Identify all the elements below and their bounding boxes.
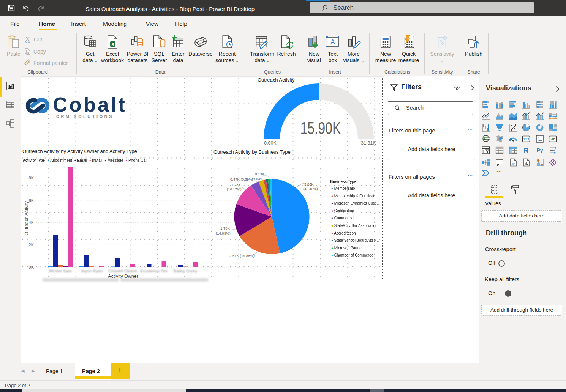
svg-text:(14.09%): (14.09%) [216, 231, 231, 235]
svg-text:(1.04%): (1.04%) [252, 177, 264, 181]
svg-text:6K: 6K [29, 198, 34, 203]
svg-text:X: X [111, 42, 114, 47]
svg-text:McVee Sam: McVee Sam [49, 269, 71, 273]
svg-text:1.28K: 1.28K [231, 183, 241, 187]
svg-text:2K: 2K [29, 242, 34, 247]
svg-text:A: A [330, 38, 335, 46]
svg-text:Outreach Activity: Outreach Activity [24, 201, 29, 235]
svg-text:0.47K (3.69%): 0.47K (3.69%) [230, 177, 253, 181]
svg-text:1.78K: 1.78K [220, 226, 230, 230]
svg-text:5.86K: 5.86K [304, 182, 314, 186]
svg-text:0.13K: 0.13K [255, 172, 264, 176]
svg-text:Bailey Corey: Bailey Corey [174, 269, 198, 273]
svg-text:R: R [524, 147, 529, 154]
svg-text:(46.46%): (46.46%) [303, 187, 318, 191]
svg-text:4K: 4K [29, 220, 34, 225]
svg-text:Py: Py [536, 147, 543, 153]
svg-text:(10.17%): (10.17%) [227, 187, 242, 191]
svg-text:Joyce Ryan: Joyce Ryan [81, 269, 102, 273]
svg-text:8K: 8K [29, 176, 34, 180]
svg-text:123: 123 [523, 137, 529, 141]
svg-text:Criswell Clinton: Criswell Clinton [108, 269, 137, 273]
svg-text:0K: 0K [29, 265, 34, 269]
svg-text:2.51K (19.88%): 2.51K (19.88%) [229, 253, 255, 258]
svg-text:Eccelenus Tim: Eccelenus Tim [140, 269, 168, 273]
